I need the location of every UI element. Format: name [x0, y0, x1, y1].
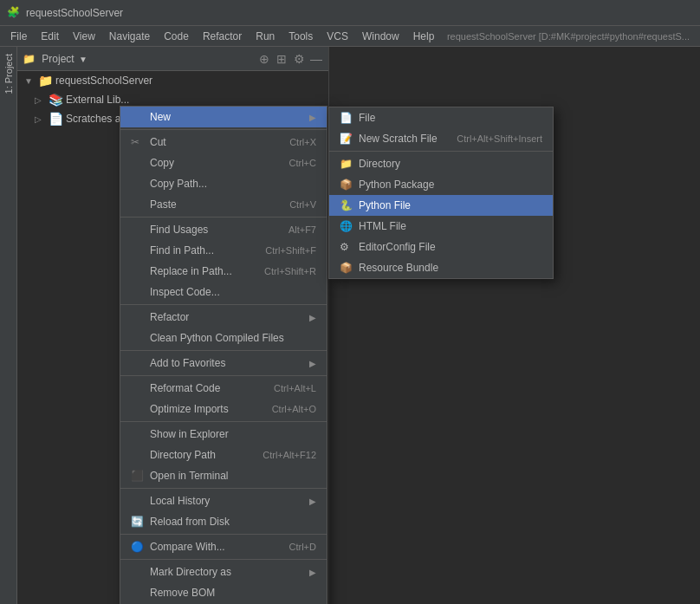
tree-folder-icon-root: 📁	[38, 74, 52, 88]
ctx-se-label: Show in Explorer	[150, 428, 316, 440]
ctx-oi-shortcut: Ctrl+Alt+O	[272, 404, 316, 414]
sub-html-icon: 🌐	[340, 220, 353, 232]
ctx-copy-shortcut: Ctrl+C	[289, 158, 316, 168]
context-menu: New ▶ 📄 File 📝 New Scratch File Ctrl+Alt…	[120, 106, 327, 604]
ctx-reformat[interactable]: Reformat Code Ctrl+Alt+L	[120, 378, 327, 399]
app-icon: 🧩	[7, 6, 21, 20]
ctx-add-favorites[interactable]: Add to Favorites ▶	[120, 353, 327, 373]
ctx-md-label: Mark Directory as	[150, 566, 306, 578]
ctx-sep3	[120, 304, 327, 305]
sub-dir-icon: 📁	[340, 158, 353, 170]
panel-dropdown-icon[interactable]: ▼	[79, 55, 88, 64]
sub-file-label: File	[359, 112, 375, 124]
ctx-sep2	[120, 217, 327, 218]
sub-pkg-icon: 📦	[340, 179, 353, 191]
menu-tools[interactable]: Tools	[282, 29, 320, 44]
ctx-ic-label: Inspect Code...	[150, 286, 316, 298]
ctx-reload-disk[interactable]: 🔄 Reload from Disk	[120, 511, 327, 532]
menu-run[interactable]: Run	[249, 29, 282, 44]
ctx-sep5	[120, 375, 327, 376]
sub-dir-label: Directory	[359, 158, 400, 170]
ctx-copy[interactable]: Copy Ctrl+C	[120, 153, 327, 173]
sub-file[interactable]: 📄 File	[329, 107, 553, 128]
sub-rb-icon: 📦	[340, 262, 353, 274]
sub-scratch[interactable]: 📝 New Scratch File Ctrl+Alt+Shift+Insert	[329, 128, 553, 149]
ctx-rf-label: Reformat Code	[150, 382, 267, 394]
ctx-local-history[interactable]: Local History ▶	[120, 490, 327, 511]
ctx-remove-bom[interactable]: Remove BOM	[120, 582, 327, 603]
sub-directory[interactable]: 📁 Directory	[329, 153, 553, 174]
menu-view[interactable]: View	[66, 29, 102, 44]
ctx-lh-label: Local History	[150, 495, 306, 507]
sub-html-file[interactable]: 🌐 HTML File	[329, 216, 553, 237]
ctx-optimize-imports[interactable]: Optimize Imports Ctrl+Alt+O	[120, 399, 327, 419]
window-title: requestSchoolServer	[26, 7, 123, 19]
panel-title-text: Project	[42, 53, 74, 65]
ctx-rd-icon: 🔄	[131, 516, 145, 528]
toolbar-settings-icon[interactable]: ⚙	[292, 52, 306, 66]
ctx-af-arrow: ▶	[309, 359, 316, 368]
sub-scratch-icon: 📝	[340, 133, 353, 145]
ctx-cut-icon: ✂	[131, 136, 145, 148]
sidebar-label[interactable]: 1: Project	[3, 54, 14, 94]
sub-python-file[interactable]: 🐍 Python File	[329, 195, 553, 216]
menu-navigate[interactable]: Navigate	[102, 29, 157, 44]
ctx-dp-label: Directory Path	[150, 449, 256, 461]
project-toolbar: 📁 Project ▼ ⊕ ⊞ ⚙ —	[17, 47, 328, 71]
ctx-directory-path[interactable]: Directory Path Ctrl+Alt+F12	[120, 445, 327, 465]
tree-arrow-root: ▼	[24, 76, 35, 86]
ctx-dp-shortcut: Ctrl+Alt+F12	[262, 450, 316, 460]
ctx-replace-in-path[interactable]: Replace in Path... Ctrl+Shift+R	[120, 261, 327, 282]
sub-ec-label: EditorConfig File	[359, 241, 436, 253]
menu-edit[interactable]: Edit	[34, 29, 66, 44]
ctx-show-explorer[interactable]: Show in Explorer	[120, 424, 327, 445]
ctx-new-arrow: ▶	[309, 113, 316, 122]
ctx-sep4	[120, 350, 327, 351]
menu-help[interactable]: Help	[406, 29, 442, 44]
tree-scratch-icon: 📄	[49, 112, 62, 126]
ctx-refactor[interactable]: Refactor ▶	[120, 307, 327, 328]
menu-window[interactable]: Window	[355, 29, 406, 44]
ctx-open-terminal[interactable]: ⬛ Open in Terminal	[120, 465, 327, 486]
ctx-cw-icon: 🔵	[131, 541, 145, 553]
ctx-refactor-label: Refactor	[150, 311, 306, 323]
ctx-compare-with[interactable]: 🔵 Compare With... Ctrl+D	[120, 536, 327, 557]
ctx-cw-shortcut: Ctrl+D	[289, 542, 316, 552]
sub-python-package[interactable]: 📦 Python Package	[329, 174, 553, 195]
menu-code[interactable]: Code	[157, 29, 196, 44]
sub-html-label: HTML File	[359, 220, 406, 232]
ctx-find-in-path[interactable]: Find in Path... Ctrl+Shift+F	[120, 240, 327, 261]
ctx-ot-icon: ⬛	[131, 470, 145, 482]
menu-vcs[interactable]: VCS	[320, 29, 355, 44]
ctx-cut[interactable]: ✂ Cut Ctrl+X	[120, 132, 327, 153]
menu-bar: File Edit View Navigate Code Refactor Ru…	[0, 26, 700, 47]
ctx-fu-label: Find Usages	[150, 224, 282, 236]
sub-pkg-label: Python Package	[359, 179, 434, 191]
ctx-fu-shortcut: Alt+F7	[288, 224, 316, 235]
ctx-paste[interactable]: Paste Ctrl+V	[120, 194, 327, 215]
ctx-sep9	[120, 559, 327, 560]
vertical-sidebar: 1: Project	[0, 47, 17, 604]
sub-scratch-label: New Scratch File	[359, 133, 438, 145]
ctx-find-usages[interactable]: Find Usages Alt+F7	[120, 219, 327, 240]
menu-refactor[interactable]: Refactor	[196, 29, 249, 44]
tree-item-root[interactable]: ▼ 📁 requestSchoolServer	[17, 71, 328, 90]
panel-folder-icon: 📁	[23, 53, 36, 65]
ctx-clean-python[interactable]: Clean Python Compiled Files	[120, 328, 327, 348]
sub-resource-bundle[interactable]: 📦 Resource Bundle	[329, 257, 553, 278]
ctx-cw-label: Compare With...	[150, 541, 282, 553]
ctx-sep8	[120, 534, 327, 535]
ctx-mark-directory[interactable]: Mark Directory as ▶	[120, 562, 327, 582]
sub-ec-icon: ⚙	[340, 241, 353, 253]
toolbar-collapse-icon[interactable]: ⊞	[275, 52, 288, 66]
ctx-inspect-code[interactable]: Inspect Code...	[120, 282, 327, 302]
toolbar-globe-icon[interactable]: ⊕	[257, 52, 271, 66]
tree-arrow-scratches: ▷	[35, 114, 45, 124]
menu-file[interactable]: File	[3, 29, 34, 44]
ctx-new[interactable]: New ▶ 📄 File 📝 New Scratch File Ctrl+Alt…	[120, 107, 327, 127]
tree-label-root: requestSchoolServer	[55, 75, 152, 87]
ctx-af-label: Add to Favorites	[150, 357, 306, 369]
ctx-copy-path[interactable]: Copy Path...	[120, 173, 327, 194]
toolbar-close-icon[interactable]: —	[309, 52, 323, 66]
sub-editorconfig[interactable]: ⚙ EditorConfig File	[329, 237, 553, 257]
